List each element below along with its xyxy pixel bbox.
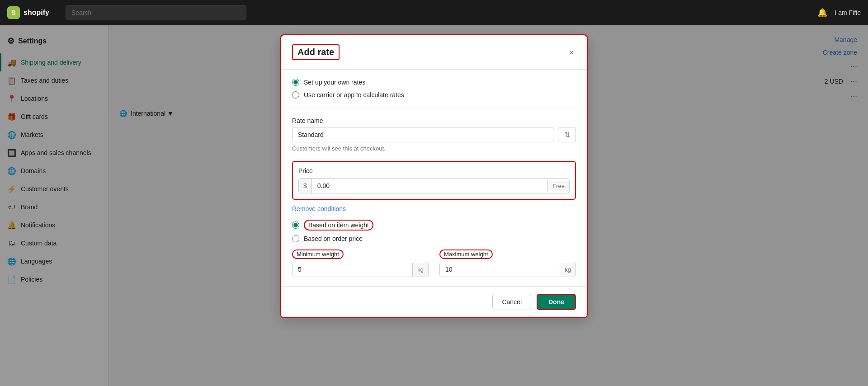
item-weight-label: Based on item weight: [304, 220, 373, 231]
modal-close-button[interactable]: ×: [567, 46, 576, 59]
condition-type-radios: Based on item weight Based on order pric…: [292, 220, 576, 242]
carrier-rates-option[interactable]: Use carrier or app to calculate rates: [292, 91, 576, 99]
rate-type-section: Set up your own rates Use carrier or app…: [281, 70, 587, 108]
search-input[interactable]: [66, 5, 246, 20]
order-price-option[interactable]: Based on order price: [292, 235, 576, 242]
search-container: [66, 5, 246, 20]
price-section: Price $ Free Remove conditions Based on …: [281, 161, 587, 286]
modal-overlay: Add rate × Set up your own rates Use car…: [0, 25, 868, 386]
topnav-right: 🔔 I am Fifie: [817, 8, 861, 18]
price-input[interactable]: [312, 179, 547, 193]
price-box: Price $ Free: [292, 161, 576, 200]
rate-type-radio-group: Set up your own rates Use carrier or app…: [292, 79, 576, 99]
price-label: Price: [298, 167, 570, 174]
own-rates-radio[interactable]: [292, 79, 299, 86]
rate-name-label: Rate name: [292, 117, 576, 124]
rate-name-section: Rate name ⇅ Customers will see this at c…: [281, 108, 587, 161]
order-price-radio[interactable]: [292, 235, 299, 242]
notification-bell-icon[interactable]: 🔔: [817, 8, 827, 18]
maximum-weight-label: Maximum weight: [439, 249, 493, 259]
carrier-rates-label: Use carrier or app to calculate rates: [304, 91, 404, 99]
minimum-weight-input-wrapper: kg: [292, 262, 429, 277]
rate-name-input[interactable]: [292, 127, 554, 142]
minimum-weight-input[interactable]: [292, 262, 412, 277]
own-rates-option[interactable]: Set up your own rates: [292, 79, 576, 86]
modal-header: Add rate ×: [281, 35, 587, 70]
modal-footer: Cancel Done: [281, 286, 587, 317]
carrier-rates-radio[interactable]: [292, 91, 299, 99]
maximum-weight-field: Maximum weight kg: [439, 249, 576, 277]
modal-title: Add rate: [292, 44, 340, 60]
rate-name-input-group: ⇅: [292, 127, 576, 142]
maximum-weight-input-wrapper: kg: [439, 262, 576, 277]
minimum-weight-unit: kg: [412, 263, 428, 277]
item-weight-option[interactable]: Based on item weight: [292, 220, 576, 231]
weight-inputs-row: Minimum weight kg Maximum weight kg: [292, 249, 576, 277]
maximum-weight-unit: kg: [560, 263, 576, 277]
top-navigation: S shopify 🔔 I am Fifie: [0, 0, 868, 25]
add-rate-modal: Add rate × Set up your own rates Use car…: [280, 34, 588, 318]
order-price-label: Based on order price: [304, 235, 363, 242]
remove-conditions-link[interactable]: Remove conditions: [292, 205, 346, 212]
rate-name-helper: Customers will see this at checkout.: [292, 145, 576, 152]
rate-name-adjust-button[interactable]: ⇅: [558, 127, 576, 142]
maximum-weight-input[interactable]: [440, 262, 560, 277]
modal-body: Set up your own rates Use carrier or app…: [281, 70, 587, 286]
shopify-logo-icon: S: [7, 6, 20, 19]
cancel-button[interactable]: Cancel: [492, 294, 531, 310]
shopify-logo-text: shopify: [24, 9, 49, 17]
minimum-weight-label: Minimum weight: [292, 249, 344, 259]
currency-symbol: $: [299, 179, 312, 193]
done-button[interactable]: Done: [537, 294, 576, 310]
item-weight-radio[interactable]: [292, 221, 299, 229]
shopify-logo: S shopify: [7, 6, 49, 19]
own-rates-label: Set up your own rates: [304, 79, 365, 86]
free-badge: Free: [547, 181, 569, 191]
user-profile[interactable]: I am Fifie: [835, 9, 861, 16]
minimum-weight-field: Minimum weight kg: [292, 249, 429, 277]
price-input-wrapper: $ Free: [298, 178, 570, 193]
